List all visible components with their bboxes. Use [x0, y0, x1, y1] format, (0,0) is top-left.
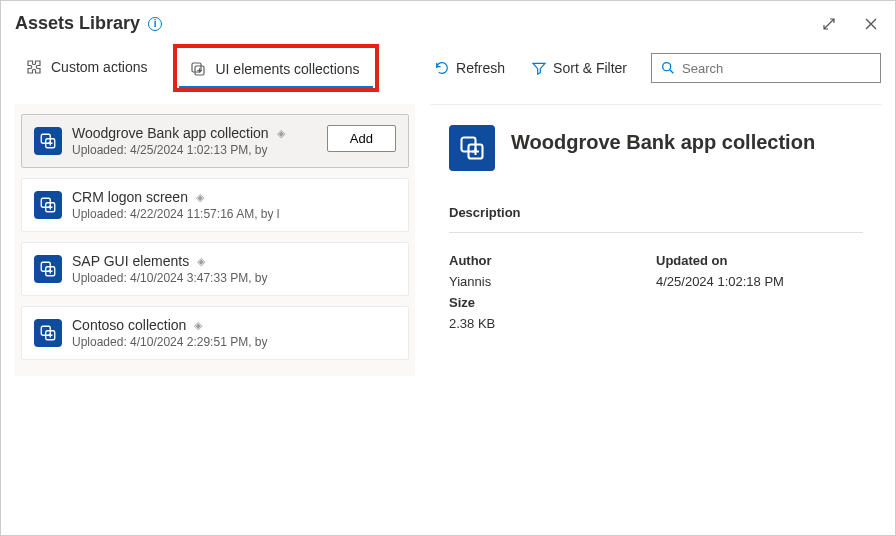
collections-list: Woodgrove Bank app collection ◈ Uploaded…: [15, 104, 415, 376]
details-panel: Woodgrove Bank app collection Descriptio…: [431, 104, 881, 376]
collection-item-icon: [34, 127, 62, 155]
add-button[interactable]: Add: [327, 125, 396, 152]
refresh-icon: [434, 60, 450, 76]
search-input[interactable]: [682, 61, 872, 76]
size-label: Size: [449, 295, 656, 310]
tab-label: Custom actions: [51, 59, 147, 75]
list-item-title: SAP GUI elements: [72, 253, 189, 269]
list-item[interactable]: CRM logon screen ◈ Uploaded: 4/22/2024 1…: [21, 178, 409, 232]
search-input-wrapper[interactable]: [651, 53, 881, 83]
updated-value: 4/25/2024 1:02:18 PM: [656, 274, 863, 289]
diamond-icon: ◈: [277, 127, 285, 140]
svg-point-2: [663, 63, 671, 71]
author-value: Yiannis: [449, 274, 656, 289]
list-item-title: CRM logon screen: [72, 189, 188, 205]
list-item[interactable]: SAP GUI elements ◈ Uploaded: 4/10/2024 3…: [21, 242, 409, 296]
collection-item-icon: [34, 191, 62, 219]
close-icon[interactable]: [861, 14, 881, 34]
collection-item-icon: [34, 319, 62, 347]
tab-ui-collections[interactable]: UI elements collections: [179, 52, 373, 88]
updated-label: Updated on: [656, 253, 863, 268]
list-item[interactable]: Woodgrove Bank app collection ◈ Uploaded…: [21, 114, 409, 168]
size-value: 2.38 KB: [449, 316, 656, 331]
diamond-icon: ◈: [197, 255, 205, 268]
divider: [449, 232, 863, 233]
sort-filter-label: Sort & Filter: [553, 60, 627, 76]
tab-label: UI elements collections: [215, 61, 359, 77]
list-item-meta: Uploaded: 4/22/2024 11:57:16 AM, by l: [72, 207, 396, 221]
list-item-meta: Uploaded: 4/10/2024 3:47:33 PM, by: [72, 271, 396, 285]
refresh-label: Refresh: [456, 60, 505, 76]
window-title: Assets Library: [15, 13, 140, 34]
refresh-button[interactable]: Refresh: [424, 54, 515, 82]
diamond-icon: ◈: [194, 319, 202, 332]
tab-ui-collections-highlight: UI elements collections: [173, 44, 379, 92]
expand-icon[interactable]: [819, 14, 839, 34]
author-label: Author: [449, 253, 656, 268]
tab-custom-actions[interactable]: Custom actions: [15, 50, 161, 86]
description-label: Description: [449, 205, 863, 220]
detail-title: Woodgrove Bank app collection: [511, 131, 815, 154]
detail-collection-icon: [449, 125, 495, 171]
list-item-title: Contoso collection: [72, 317, 186, 333]
info-icon[interactable]: i: [148, 17, 162, 31]
collection-icon: [189, 60, 207, 78]
puzzle-icon: [25, 58, 43, 76]
list-item-title: Woodgrove Bank app collection: [72, 125, 269, 141]
list-item-meta: Uploaded: 4/10/2024 2:29:51 PM, by: [72, 335, 396, 349]
list-item[interactable]: Contoso collection ◈ Uploaded: 4/10/2024…: [21, 306, 409, 360]
search-icon: [660, 60, 676, 76]
collection-item-icon: [34, 255, 62, 283]
filter-icon: [531, 60, 547, 76]
diamond-icon: ◈: [196, 191, 204, 204]
sort-filter-button[interactable]: Sort & Filter: [521, 54, 637, 82]
list-item-meta: Uploaded: 4/25/2024 1:02:13 PM, by: [72, 143, 317, 157]
